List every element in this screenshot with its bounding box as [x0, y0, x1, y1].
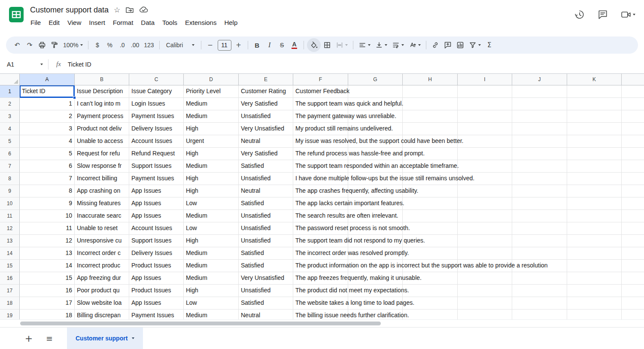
cell-I5[interactable]	[458, 135, 512, 148]
cell-K7[interactable]	[567, 160, 622, 173]
row-header-2[interactable]: 2	[0, 98, 20, 110]
decrease-font-size-button[interactable]: −	[204, 39, 216, 52]
row-header-1[interactable]: 1	[0, 85, 20, 98]
cell-B12[interactable]: Unable to reset	[75, 222, 129, 235]
column-header-C[interactable]: C	[129, 74, 184, 85]
row-header-19[interactable]: 19	[0, 310, 20, 319]
bold-button[interactable]: B	[251, 39, 263, 52]
column-header-H[interactable]: H	[403, 74, 458, 85]
cell-F1[interactable]: Customer Feedback	[293, 85, 348, 98]
cell-B7[interactable]: Slow response fr	[75, 160, 129, 173]
insert-comment-button[interactable]	[442, 39, 454, 52]
cell-I18[interactable]	[458, 297, 512, 310]
row-header-17[interactable]: 17	[0, 285, 20, 297]
all-sheets-button[interactable]: ≡	[43, 332, 56, 345]
increase-font-size-button[interactable]: +	[233, 39, 245, 52]
cell-I3[interactable]	[458, 110, 512, 123]
row-header-15[interactable]: 15	[0, 260, 20, 272]
cell-H19[interactable]	[403, 310, 458, 319]
meet-dropdown-icon[interactable]	[633, 14, 635, 15]
cell-B9[interactable]: App crashing on	[75, 185, 129, 197]
cell-D15[interactable]: Medium	[184, 260, 239, 272]
sheets-logo-icon[interactable]	[8, 6, 25, 23]
cell-K13[interactable]	[567, 235, 622, 247]
cell-C17[interactable]: Product Issues	[129, 285, 184, 297]
cell-K5[interactable]	[567, 135, 622, 148]
cell-C10[interactable]: App Issues	[129, 197, 184, 210]
row-header-6[interactable]: 6	[0, 148, 20, 160]
cell-B3[interactable]: Payment process	[75, 110, 129, 123]
cell-F18[interactable]: The website takes a long time to load pa…	[293, 297, 348, 310]
text-rotation-button[interactable]	[407, 39, 423, 52]
cell-I7[interactable]	[458, 160, 512, 173]
insert-link-button[interactable]	[429, 39, 441, 52]
format-percent-button[interactable]: %	[104, 39, 116, 52]
cell-C14[interactable]: Delivery Issues	[129, 247, 184, 260]
cell-H3[interactable]	[403, 110, 458, 123]
row-header-13[interactable]: 13	[0, 235, 20, 247]
row-header-7[interactable]: 7	[0, 160, 20, 173]
cell-I2[interactable]	[458, 98, 512, 110]
row-header-14[interactable]: 14	[0, 247, 20, 260]
select-all-corner[interactable]	[0, 74, 20, 85]
cell-J1[interactable]	[512, 85, 567, 98]
cell-J13[interactable]	[512, 235, 567, 247]
cell-K1[interactable]	[567, 85, 622, 98]
cell-C9[interactable]: App Issues	[129, 185, 184, 197]
cell-J10[interactable]	[512, 197, 567, 210]
cell-E4[interactable]: Very Unsatisfied	[239, 123, 293, 135]
cell-H11[interactable]	[403, 210, 458, 222]
cell-B2[interactable]: I can't log into m	[75, 98, 129, 110]
menu-data[interactable]: Data	[137, 18, 158, 27]
cell-F14[interactable]: The incorrect order was resolved promptl…	[293, 247, 348, 260]
menu-edit[interactable]: Edit	[45, 18, 64, 27]
cell-B4[interactable]: Product not deliv	[75, 123, 129, 135]
cell-E1[interactable]: Customer Rating	[239, 85, 293, 98]
add-sheet-button[interactable]: +	[22, 332, 35, 345]
cell-A15[interactable]: 14	[20, 260, 75, 272]
cell-J7[interactable]	[512, 160, 567, 173]
cell-I4[interactable]	[458, 123, 512, 135]
sheet-tab-customer-support[interactable]: Customer support	[67, 328, 143, 349]
cell-A2[interactable]: 1	[20, 98, 75, 110]
cell-A5[interactable]: 4	[20, 135, 75, 148]
cell-C6[interactable]: Refund Request	[129, 148, 184, 160]
cell-K9[interactable]	[567, 185, 622, 197]
font-selector[interactable]: Calibri	[163, 39, 198, 52]
cell-D18[interactable]: Low	[184, 297, 239, 310]
cell-A18[interactable]: 17	[20, 297, 75, 310]
cell-B18[interactable]: Slow website loa	[75, 297, 129, 310]
comments-icon[interactable]	[598, 9, 608, 20]
cell-D8[interactable]: High	[184, 173, 239, 185]
zoom-selector[interactable]: 100%	[61, 39, 85, 52]
borders-button[interactable]	[321, 39, 333, 52]
cell-B5[interactable]: Unable to access	[75, 135, 129, 148]
cell-A13[interactable]: 12	[20, 235, 75, 247]
cell-A19[interactable]: 18	[20, 310, 75, 319]
cell-A10[interactable]: 9	[20, 197, 75, 210]
cell-I13[interactable]	[458, 235, 512, 247]
column-header-E[interactable]: E	[239, 74, 293, 85]
cell-K18[interactable]	[567, 297, 622, 310]
vertical-align-button[interactable]	[373, 39, 389, 52]
cell-F6[interactable]: The refund process was hassle-free and p…	[293, 148, 348, 160]
cell-E11[interactable]: Unsatisfied	[239, 210, 293, 222]
cell-C15[interactable]: Product Issues	[129, 260, 184, 272]
menu-file[interactable]: File	[27, 18, 45, 27]
cell-E3[interactable]: Unsatisfied	[239, 110, 293, 123]
cell-H17[interactable]	[403, 285, 458, 297]
cell-K3[interactable]	[567, 110, 622, 123]
cell-H1[interactable]	[403, 85, 458, 98]
row-header-12[interactable]: 12	[0, 222, 20, 235]
cell-H10[interactable]	[403, 197, 458, 210]
cell-F15[interactable]: The product information on the app is in…	[293, 260, 348, 272]
text-color-button[interactable]: A	[289, 39, 301, 52]
document-title[interactable]: Customer support data	[30, 6, 109, 15]
cell-C7[interactable]: Support Issues	[129, 160, 184, 173]
cell-D9[interactable]: High	[184, 185, 239, 197]
cell-C5[interactable]: Account Issues	[129, 135, 184, 148]
cell-B10[interactable]: Missing features	[75, 197, 129, 210]
cell-E12[interactable]: Unsatisfied	[239, 222, 293, 235]
cell-B19[interactable]: Billing discrepan	[75, 310, 129, 319]
cell-A9[interactable]: 8	[20, 185, 75, 197]
